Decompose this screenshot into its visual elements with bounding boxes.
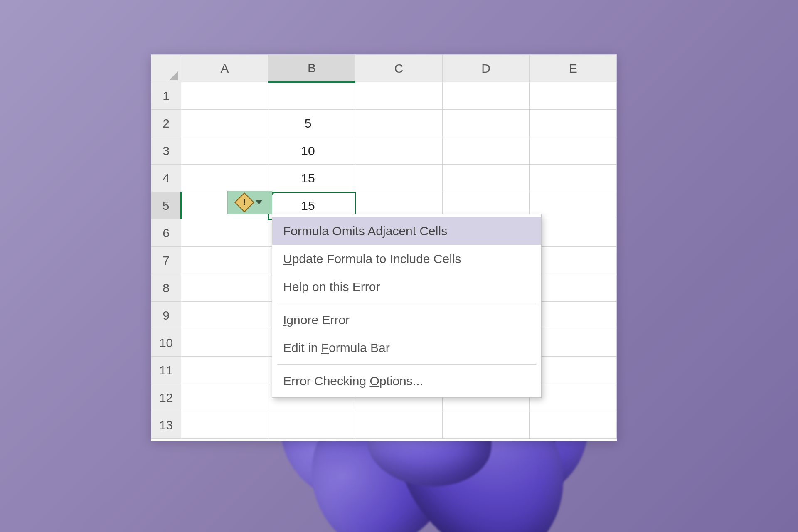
cell-A2[interactable] xyxy=(181,110,268,137)
menu-item-2[interactable]: Help on this Error xyxy=(272,273,541,300)
cell-E8[interactable] xyxy=(530,274,617,302)
col-header-C[interactable]: C xyxy=(355,55,443,82)
error-smart-tag-button[interactable]: ! xyxy=(227,191,272,214)
menu-item-7[interactable]: Error Checking Options... xyxy=(272,367,541,395)
col-header-A[interactable]: A xyxy=(181,55,268,82)
row-header-9[interactable]: 9 xyxy=(151,302,181,329)
cell-E11[interactable] xyxy=(530,357,617,384)
cell-A6[interactable] xyxy=(181,219,268,247)
row-header-12[interactable]: 12 xyxy=(151,384,181,411)
col-header-E[interactable]: E xyxy=(530,55,617,82)
row-header-7[interactable]: 7 xyxy=(151,247,181,274)
cell-E1[interactable] xyxy=(530,82,617,110)
chevron-down-icon xyxy=(256,200,262,204)
row-header-13[interactable]: 13 xyxy=(151,411,181,439)
warning-icon: ! xyxy=(234,192,254,212)
cell-A12[interactable] xyxy=(181,384,268,411)
cell-A1[interactable] xyxy=(181,82,268,110)
col-header-D[interactable]: D xyxy=(442,55,530,82)
cell-E12[interactable] xyxy=(530,384,617,411)
row-header-6[interactable]: 6 xyxy=(151,219,181,247)
cell-B13[interactable] xyxy=(268,411,355,439)
cell-E5[interactable] xyxy=(530,192,617,219)
cell-D13[interactable] xyxy=(442,411,530,439)
cell-A9[interactable] xyxy=(181,302,268,329)
cell-A10[interactable] xyxy=(181,329,268,357)
cell-D2[interactable] xyxy=(442,110,530,137)
cell-D1[interactable] xyxy=(442,82,530,110)
menu-item-1[interactable]: Update Formula to Include Cells xyxy=(272,245,541,273)
cell-B2[interactable]: 5 xyxy=(268,110,355,137)
cell-A3[interactable] xyxy=(181,137,268,165)
cell-A4[interactable] xyxy=(181,165,268,192)
cell-E2[interactable] xyxy=(530,110,617,137)
row-header-4[interactable]: 4 xyxy=(151,165,181,192)
row-header-5[interactable]: 5 xyxy=(151,192,181,219)
cell-A11[interactable] xyxy=(181,357,268,384)
cell-C4[interactable] xyxy=(355,165,443,192)
select-all-corner[interactable] xyxy=(151,55,181,82)
row-header-1[interactable]: 1 xyxy=(151,82,181,110)
row-header-11[interactable]: 11 xyxy=(151,357,181,384)
cell-C3[interactable] xyxy=(355,137,443,165)
cell-E7[interactable] xyxy=(530,247,617,274)
cell-C2[interactable] xyxy=(355,110,443,137)
cell-A13[interactable] xyxy=(181,411,268,439)
error-context-menu: Formula Omits Adjacent CellsUpdate Formu… xyxy=(272,214,542,398)
cell-C1[interactable] xyxy=(355,82,443,110)
cell-C13[interactable] xyxy=(355,411,443,439)
cell-A7[interactable] xyxy=(181,247,268,274)
menu-item-0[interactable]: Formula Omits Adjacent Cells xyxy=(272,217,541,245)
menu-item-4[interactable]: Ignore Error xyxy=(272,306,541,334)
cell-D4[interactable] xyxy=(442,165,530,192)
menu-item-5[interactable]: Edit in Formula Bar xyxy=(272,334,541,362)
cell-E13[interactable] xyxy=(530,411,617,439)
cell-E4[interactable] xyxy=(530,165,617,192)
menu-separator xyxy=(277,364,536,365)
row-header-3[interactable]: 3 xyxy=(151,137,181,165)
row-header-10[interactable]: 10 xyxy=(151,329,181,357)
cell-E3[interactable] xyxy=(530,137,617,165)
cell-D3[interactable] xyxy=(442,137,530,165)
cell-B1[interactable] xyxy=(268,82,355,110)
col-header-B[interactable]: B xyxy=(268,55,355,82)
cell-E9[interactable] xyxy=(530,302,617,329)
cell-B4[interactable]: 15 xyxy=(268,165,355,192)
cell-B3[interactable]: 10 xyxy=(268,137,355,165)
cell-E6[interactable] xyxy=(530,219,617,247)
cell-E10[interactable] xyxy=(530,329,617,357)
menu-separator xyxy=(277,303,536,303)
row-header-8[interactable]: 8 xyxy=(151,274,181,302)
cell-A8[interactable] xyxy=(181,274,268,302)
row-header-2[interactable]: 2 xyxy=(151,110,181,137)
spreadsheet-window: A B C D E 1 2 5 3 10 xyxy=(151,54,617,441)
